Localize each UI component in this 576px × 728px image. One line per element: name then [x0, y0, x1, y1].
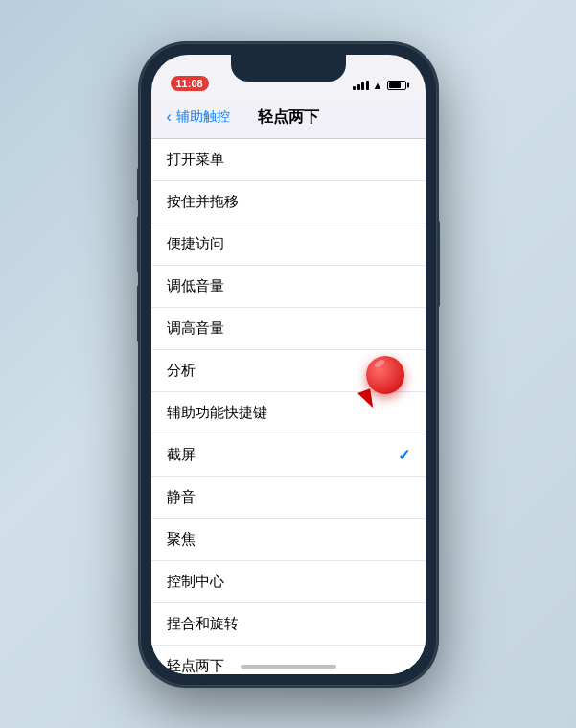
volume-up-button: [137, 216, 140, 273]
volume-down-button: [137, 285, 140, 342]
phone-body: 11:08 ▲ ‹ 辅助: [140, 43, 437, 686]
list-item-jiejing[interactable]: 截屏 ✓: [151, 434, 426, 477]
list-item[interactable]: 按住并拖移: [151, 181, 426, 223]
chevron-left-icon: ‹: [167, 108, 172, 126]
list-item[interactable]: 便捷访问: [151, 223, 426, 266]
status-icons: ▲: [353, 80, 405, 91]
list-item[interactable]: 调低音量: [151, 266, 426, 308]
phone-device: 11:08 ▲ ‹ 辅助: [140, 43, 437, 686]
list-item[interactable]: 静音: [151, 477, 426, 519]
wifi-icon: ▲: [373, 80, 383, 91]
back-label: 辅助触控: [176, 108, 230, 126]
list-item-control-center[interactable]: 控制中心: [151, 561, 426, 603]
page-title: 轻点两下: [258, 107, 319, 128]
notch: [231, 55, 346, 82]
list-item[interactable]: 打开菜单: [151, 139, 426, 181]
checkmark-icon: ✓: [398, 446, 410, 464]
phone-screen: 11:08 ▲ ‹ 辅助: [151, 55, 426, 674]
signal-icon: [353, 81, 369, 90]
navigation-bar: ‹ 辅助触控 轻点两下: [151, 97, 426, 139]
list-item[interactable]: 轻点两下: [151, 646, 426, 674]
back-button[interactable]: ‹ 辅助触控: [167, 108, 230, 126]
list-item[interactable]: 捏合和旋转: [151, 603, 426, 646]
list-item[interactable]: 辅助功能快捷键: [151, 392, 426, 434]
power-button: [437, 221, 440, 307]
status-time: 11:08: [171, 76, 209, 91]
battery-icon: [387, 81, 406, 90]
settings-list: 打开菜单 按住并拖移 便捷访问 调低音量: [151, 139, 426, 674]
list-item[interactable]: 调高音量: [151, 308, 426, 350]
list-item[interactable]: 聚焦: [151, 519, 426, 561]
home-indicator: [241, 665, 336, 669]
menu-items-group: 打开菜单 按住并拖移 便捷访问 调低音量: [151, 139, 426, 674]
list-item[interactable]: 分析: [151, 350, 426, 392]
mute-button: [137, 168, 140, 200]
